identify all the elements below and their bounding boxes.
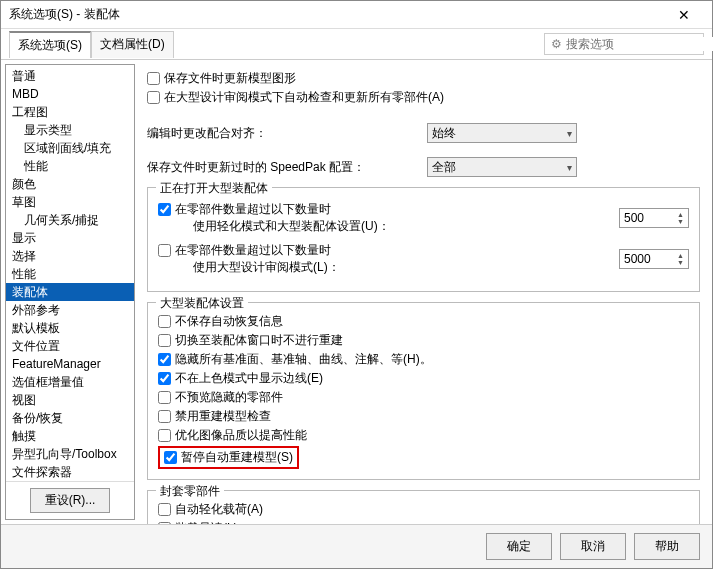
chk-disable-rebuild-check[interactable]: 禁用重建模型检查: [158, 408, 689, 425]
label: 保存文件时更新模型图形: [164, 70, 296, 87]
sidebar: 普通MBD工程图显示类型区域剖面线/填充性能颜色草图几何关系/捕捉显示选择性能装…: [5, 64, 135, 520]
sidebar-item[interactable]: FeatureManager: [6, 355, 134, 373]
chevron-up-icon[interactable]: ▲: [677, 211, 684, 218]
sidebar-item[interactable]: MBD: [6, 85, 134, 103]
checkbox[interactable]: [147, 72, 160, 85]
label: 优化图像品质以提高性能: [175, 427, 307, 444]
tabs: 系统选项(S) 文档属性(D): [9, 31, 174, 58]
chk-auto-lightweight-load[interactable]: 自动轻化载荷(A): [158, 501, 689, 518]
window-title: 系统选项(S) - 装配体: [9, 6, 664, 23]
chk-hide-references[interactable]: 隐藏所有基准面、基准轴、曲线、注解、等(H)。: [158, 351, 689, 368]
checkbox[interactable]: [158, 503, 171, 516]
chk-load-readonly[interactable]: 装载只读(L): [158, 520, 689, 524]
chevron-down-icon: ▾: [567, 128, 572, 139]
sidebar-item[interactable]: 备份/恢复: [6, 409, 134, 427]
label: 在大型设计审阅模式下自动检查和更新所有零部件(A): [164, 89, 444, 106]
select-speedpak[interactable]: 全部 ▾: [427, 157, 577, 177]
chk-no-autorecover[interactable]: 不保存自动恢复信息: [158, 313, 689, 330]
chk-open-lightweight[interactable]: 在零部件数量超过以下数量时 使用轻化模式和大型装配体设置(U)：: [158, 201, 619, 235]
chk-open-review-mode[interactable]: 在零部件数量超过以下数量时 使用大型设计审阅模式(L)：: [158, 242, 619, 276]
sidebar-item[interactable]: 外部参考: [6, 301, 134, 319]
cancel-button[interactable]: 取消: [560, 533, 626, 560]
sidebar-item[interactable]: 普通: [6, 67, 134, 85]
label: 暂停自动重建模型(S): [181, 449, 293, 466]
chevron-down-icon[interactable]: ▼: [677, 259, 684, 266]
reset-button[interactable]: 重设(R)...: [30, 488, 111, 513]
tab-doc-properties[interactable]: 文档属性(D): [91, 31, 174, 58]
spinner-value: 500: [624, 211, 644, 225]
group-envelope: 封套零部件 自动轻化载荷(A) 装载只读(L): [147, 490, 700, 524]
label-sub: 使用大型设计审阅模式(L)：: [193, 260, 340, 274]
select-edit-align[interactable]: 始终 ▾: [427, 123, 577, 143]
chevron-up-icon[interactable]: ▲: [677, 252, 684, 259]
checkbox[interactable]: [158, 391, 171, 404]
help-button[interactable]: 帮助: [634, 533, 700, 560]
label: 不预览隐藏的零部件: [175, 389, 283, 406]
checkbox[interactable]: [158, 315, 171, 328]
sidebar-item[interactable]: 显示类型: [6, 121, 134, 139]
checkbox-suspend-rebuild[interactable]: [164, 451, 177, 464]
sidebar-item[interactable]: 文件探索器: [6, 463, 134, 481]
search-input[interactable]: [566, 37, 713, 51]
group-opening-large: 正在打开大型装配体 在零部件数量超过以下数量时 使用轻化模式和大型装配体设置(U…: [147, 187, 700, 292]
label: 禁用重建模型检查: [175, 408, 271, 425]
chevron-down-icon[interactable]: ▼: [677, 218, 684, 225]
checkbox[interactable]: [158, 353, 171, 366]
sidebar-item[interactable]: 工程图: [6, 103, 134, 121]
spinner-lightweight-count[interactable]: 500 ▲▼: [619, 208, 689, 228]
footer: 确定 取消 帮助: [1, 524, 712, 568]
spinner-value: 5000: [624, 252, 651, 266]
checkbox[interactable]: [147, 91, 160, 104]
label-sub: 使用轻化模式和大型装配体设置(U)：: [193, 219, 390, 233]
ok-button[interactable]: 确定: [486, 533, 552, 560]
label-speedpak: 保存文件时更新过时的 SpeedPak 配置：: [147, 159, 427, 176]
sidebar-item[interactable]: 默认模板: [6, 319, 134, 337]
sidebar-item[interactable]: 区域剖面线/填充: [6, 139, 134, 157]
spinner-review-count[interactable]: 5000 ▲▼: [619, 249, 689, 269]
chk-save-update[interactable]: 保存文件时更新模型图形: [147, 70, 700, 87]
label: 隐藏所有基准面、基准轴、曲线、注解、等(H)。: [175, 351, 432, 368]
checkbox[interactable]: [158, 334, 171, 347]
select-value: 全部: [432, 159, 456, 176]
checkbox[interactable]: [158, 372, 171, 385]
sidebar-item[interactable]: 草图: [6, 193, 134, 211]
gear-icon: ⚙: [551, 37, 562, 51]
sidebar-item[interactable]: 视图: [6, 391, 134, 409]
chk-optimize-image-perf[interactable]: 优化图像品质以提高性能: [158, 427, 689, 444]
sidebar-item[interactable]: 触摸: [6, 427, 134, 445]
checkbox[interactable]: [158, 244, 171, 257]
label: 不保存自动恢复信息: [175, 313, 283, 330]
group-title: 封套零部件: [156, 483, 224, 500]
chk-no-preview-hidden[interactable]: 不预览隐藏的零部件: [158, 389, 689, 406]
label: 自动轻化载荷(A): [175, 501, 263, 518]
checkbox[interactable]: [158, 203, 171, 216]
tab-system-options[interactable]: 系统选项(S): [9, 31, 91, 58]
checkbox[interactable]: [158, 429, 171, 442]
label: 在零部件数量超过以下数量时: [175, 202, 331, 216]
sidebar-item[interactable]: 文件位置: [6, 337, 134, 355]
chk-no-edges-shaded[interactable]: 不在上色模式中显示边线(E): [158, 370, 689, 387]
label: 切换至装配体窗口时不进行重建: [175, 332, 343, 349]
sidebar-item[interactable]: 选值框增量值: [6, 373, 134, 391]
label: 在零部件数量超过以下数量时: [175, 243, 331, 257]
search-box[interactable]: ⚙ 🔍: [544, 33, 704, 55]
sidebar-item[interactable]: 颜色: [6, 175, 134, 193]
sidebar-item[interactable]: 几何关系/捕捉: [6, 211, 134, 229]
label: 不在上色模式中显示边线(E): [175, 370, 323, 387]
sidebar-item[interactable]: 性能: [6, 265, 134, 283]
chevron-down-icon: ▾: [567, 162, 572, 173]
checkbox[interactable]: [158, 410, 171, 423]
close-icon[interactable]: ✕: [664, 7, 704, 23]
category-tree: 普通MBD工程图显示类型区域剖面线/填充性能颜色草图几何关系/捕捉显示选择性能装…: [6, 65, 134, 481]
sidebar-item[interactable]: 显示: [6, 229, 134, 247]
sidebar-item[interactable]: 装配体: [6, 283, 134, 301]
label: 装载只读(L): [175, 520, 238, 524]
select-value: 始终: [432, 125, 456, 142]
sidebar-item[interactable]: 异型孔向导/Toolbox: [6, 445, 134, 463]
chk-no-rebuild-switch[interactable]: 切换至装配体窗口时不进行重建: [158, 332, 689, 349]
group-title: 正在打开大型装配体: [156, 180, 272, 197]
sidebar-item[interactable]: 选择: [6, 247, 134, 265]
chk-large-review-auto[interactable]: 在大型设计审阅模式下自动检查和更新所有零部件(A): [147, 89, 700, 106]
sidebar-item[interactable]: 性能: [6, 157, 134, 175]
checkbox[interactable]: [158, 522, 171, 524]
